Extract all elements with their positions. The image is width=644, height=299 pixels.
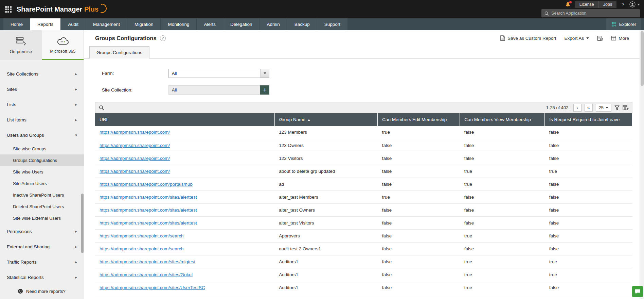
export-as-button[interactable]: Export As: [564, 36, 589, 41]
site-url-link[interactable]: https://admpmsdn.sharepoint.com/sites/al…: [100, 207, 197, 213]
page-title: Groups Configurations: [95, 35, 157, 41]
chevron-down-icon: [586, 37, 589, 39]
sidebar-item-site-wise-users[interactable]: Site wise Users: [0, 166, 84, 178]
column-header-group-name[interactable]: Group Name▲: [274, 113, 378, 126]
sort-ascending-icon: ▲: [307, 118, 310, 121]
sidebar-item-site-admin-users[interactable]: Site Admin Users: [0, 178, 84, 189]
column-header-can-members-view-membership[interactable]: Can Members View Membership: [460, 113, 545, 126]
sidebar-item-sites[interactable]: Sites▸: [0, 82, 84, 97]
table-body: https://admpmsdn.sharepoint.com/123 Memb…: [95, 126, 632, 294]
source-tile-microsoft-365[interactable]: Microsoft 365: [42, 30, 84, 60]
value-cell: alter_test Members: [274, 190, 378, 203]
global-search-input[interactable]: [551, 11, 637, 16]
site-collection-label: Site Collection:: [102, 87, 168, 93]
value-cell: Auditors1: [274, 268, 378, 281]
nav-tab-monitoring[interactable]: Monitoring: [161, 18, 196, 30]
source-tile-on-premise[interactable]: On-premise: [0, 30, 42, 60]
sidebar-item-label: Statistical Reports: [7, 275, 75, 280]
value-cell: 123 Visitors: [274, 152, 378, 165]
column-header-can-members-edit-membership[interactable]: Can Members Edit Membership: [378, 113, 460, 126]
sidebar-item-deleted-sharepoint-users[interactable]: Deleted SharePoint Users: [0, 201, 84, 212]
nav-tab-home[interactable]: Home: [3, 18, 30, 30]
chevron-right-icon: ▸: [75, 245, 77, 249]
sidebar-item-users-and-groups[interactable]: Users and Groups▾: [0, 128, 84, 143]
site-url-link[interactable]: https://admpmsdn.sharepoint.com/: [100, 130, 170, 135]
app-launcher-icon[interactable]: [5, 6, 12, 13]
farm-select-dropdown-button[interactable]: [261, 69, 269, 78]
site-url-link[interactable]: https://admpmsdn.sharepoint.com/: [100, 156, 170, 161]
site-url-link[interactable]: https://admpmsdn.sharepoint.com/search: [100, 246, 184, 251]
sidebar-item-site-collections[interactable]: Site Collections▸: [0, 66, 84, 82]
save-as-custom-report-button[interactable]: Save as Custom Report: [500, 35, 556, 41]
next-page-button[interactable]: ›: [573, 104, 582, 112]
explorer-button[interactable]: Explorer: [606, 18, 641, 30]
page-size-select[interactable]: 25: [596, 104, 611, 112]
report-grid-area: 1-25 of 402 › » 25 URLGroup Name: [95, 102, 632, 294]
site-url-link[interactable]: https://admpmsdn.sharepoint.com/sites/Us…: [100, 285, 205, 290]
column-header-url[interactable]: URL: [95, 113, 274, 126]
site-url-link[interactable]: https://admpmsdn.sharepoint.com/: [100, 143, 170, 148]
notifications-bell-icon[interactable]: [565, 2, 571, 7]
jobs-link[interactable]: Jobs: [598, 1, 616, 8]
global-search[interactable]: [541, 9, 640, 17]
sidebar-item-statistical-reports[interactable]: Statistical Reports▸: [0, 270, 84, 285]
more-button[interactable]: More: [611, 36, 629, 41]
farm-label: Farm:: [102, 71, 168, 76]
value-cell: Auditors1: [274, 281, 378, 294]
table-row: https://admpmsdn.sharepoint.com/sites/al…: [95, 216, 632, 229]
nav-tab-backup[interactable]: Backup: [287, 18, 317, 30]
sidebar-item-lists[interactable]: Lists▸: [0, 97, 84, 112]
value-cell: false: [378, 216, 460, 229]
column-header-is-request-required-to-join-leave[interactable]: Is Request Required to Join/Leave: [545, 113, 632, 126]
schedule-report-button[interactable]: [597, 35, 603, 41]
last-page-button[interactable]: »: [585, 104, 593, 112]
filter-icon[interactable]: [614, 105, 620, 110]
table-search-icon[interactable]: [99, 105, 104, 111]
site-collection-filter-row: Site Collection: All +: [102, 85, 644, 95]
sidebar-item-site-wise-groups[interactable]: Site wise Groups: [0, 143, 84, 154]
site-url-link[interactable]: https://admpmsdn.sharepoint.com/sites/al…: [100, 195, 197, 200]
need-more-reports-button[interactable]: Need more reports?: [0, 283, 84, 299]
column-chooser-icon[interactable]: [623, 105, 629, 111]
nav-tab-delegation[interactable]: Delegation: [223, 18, 260, 30]
help-icon[interactable]: ?: [621, 2, 625, 7]
value-cell: true: [460, 268, 545, 281]
nav-tab-migration[interactable]: Migration: [127, 18, 161, 30]
site-url-link[interactable]: https://admpmsdn.sharepoint.com/search: [100, 233, 184, 238]
site-url-link[interactable]: https://admpmsdn.sharepoint.com/: [100, 169, 170, 174]
value-cell: false: [460, 242, 545, 255]
nav-tab-management[interactable]: Management: [86, 18, 127, 30]
license-link[interactable]: License: [575, 1, 598, 8]
sidebar-item-groups-configurations[interactable]: Groups Configurations: [0, 154, 84, 166]
tab-groups-configurations[interactable]: Groups Configurations: [89, 46, 149, 59]
site-collection-add-button[interactable]: +: [260, 85, 269, 95]
table-row: https://admpmsdn.sharepoint.com/searchau…: [95, 242, 632, 255]
page-scrollbar-thumb[interactable]: [641, 31, 644, 86]
sidebar-scrollbar-thumb[interactable]: [81, 194, 84, 253]
page-help-icon[interactable]: ?: [160, 35, 166, 41]
nav-tab-audit[interactable]: Audit: [61, 18, 86, 30]
sidebar-item-traffic-reports[interactable]: Traffic Reports▸: [0, 254, 84, 270]
farm-select[interactable]: All: [168, 69, 269, 78]
value-cell: false: [460, 203, 545, 216]
sidebar-item-list-items[interactable]: List Items▸: [0, 112, 84, 128]
nav-tab-support[interactable]: Support: [317, 18, 347, 30]
sidebar-item-permissions[interactable]: Permissions▸: [0, 224, 84, 239]
value-cell: true: [545, 268, 632, 281]
site-url-link[interactable]: https://admpmsdn.sharepoint.com/sites/mi…: [100, 259, 195, 264]
user-account-button[interactable]: [629, 1, 640, 7]
sidebar-item-site-wise-external-users[interactable]: Site wise External Users: [0, 212, 84, 224]
nav-tab-alerts[interactable]: Alerts: [197, 18, 223, 30]
page-scrollbar[interactable]: [640, 30, 644, 299]
site-url-link[interactable]: https://admpmsdn.sharepoint.com/sites/al…: [100, 220, 197, 226]
table-row: https://admpmsdn.sharepoint.com/searchAp…: [95, 229, 632, 242]
groups-configurations-table: URLGroup Name▲Can Members Edit Membershi…: [95, 113, 632, 294]
sidebar-item-inactive-sharepoint-users[interactable]: Inactive SharePoint Users: [0, 189, 84, 201]
nav-tab-reports[interactable]: Reports: [30, 18, 60, 30]
chat-feedback-button[interactable]: [632, 286, 643, 297]
site-url-link[interactable]: https://admpmsdn.sharepoint.com/sites/Go…: [100, 272, 193, 277]
site-url-link[interactable]: https://admpmsdn.sharepoint.com/portals/…: [100, 182, 193, 187]
nav-tab-admin[interactable]: Admin: [260, 18, 287, 30]
site-collection-field[interactable]: All +: [168, 85, 269, 95]
sidebar-item-external-and-sharing[interactable]: External and Sharing▸: [0, 239, 84, 254]
